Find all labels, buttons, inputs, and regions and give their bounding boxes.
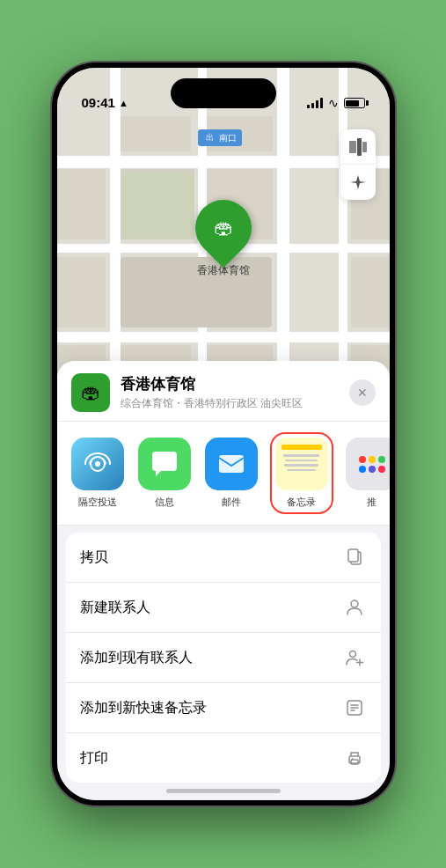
pin-icon: 🏟 (214, 217, 233, 239)
svg-point-4 (95, 461, 100, 467)
svg-rect-0 (349, 141, 356, 153)
action-copy-label: 拷贝 (80, 548, 108, 567)
action-quick-note[interactable]: 添加到新快速备忘录 (66, 683, 381, 733)
action-add-contact[interactable]: 添加到现有联系人 (66, 633, 381, 683)
svg-rect-1 (357, 138, 362, 156)
svg-point-8 (351, 600, 358, 607)
venue-desc: 综合体育馆・香港特别行政区 油尖旺区 (121, 396, 339, 411)
airdrop-icon (71, 438, 124, 490)
share-item-notes[interactable]: 备忘录 (272, 434, 332, 512)
svg-point-13 (351, 758, 353, 760)
home-indicator (166, 789, 281, 793)
action-add-contact-label: 添加到现有联系人 (80, 649, 193, 667)
battery-icon (344, 98, 365, 108)
print-icon (342, 746, 367, 770)
map-label: 出 南口 (198, 129, 242, 146)
location-button[interactable] (340, 165, 376, 200)
person-icon (342, 595, 367, 620)
status-time: 09:41 (82, 95, 115, 110)
share-row: 隔空投送 信息 (57, 422, 390, 526)
share-item-airdrop[interactable]: 隔空投送 (71, 438, 124, 509)
phone-frame: 09:41 ▲ ∿ (52, 63, 395, 805)
location-arrow-icon: ▲ (119, 98, 128, 108)
share-item-more[interactable]: 推 (346, 438, 390, 509)
action-print[interactable]: 打印 (66, 733, 381, 783)
svg-rect-12 (351, 760, 358, 764)
svg-rect-5 (219, 455, 244, 473)
action-new-contact[interactable]: 新建联系人 (66, 583, 381, 633)
phone-screen: 09:41 ▲ ∿ (57, 68, 390, 800)
more-icon (346, 438, 390, 490)
mail-icon (205, 438, 258, 490)
close-button[interactable]: ✕ (349, 379, 376, 406)
venue-icon-emoji: 🏟 (81, 381, 100, 404)
map-type-button[interactable] (340, 129, 376, 165)
map-label-text: 南口 (219, 132, 237, 144)
sheet-header: 🏟 香港体育馆 综合体育馆・香港特别行政区 油尖旺区 ✕ (57, 361, 390, 422)
venue-info: 香港体育馆 综合体育馆・香港特别行政区 油尖旺区 (121, 374, 339, 411)
messages-label: 信息 (155, 496, 174, 509)
dynamic-island (171, 78, 276, 108)
action-list: 拷贝 新建联系人 (66, 533, 381, 783)
messages-icon (138, 438, 191, 490)
notes-icon (275, 438, 328, 490)
mail-label: 邮件 (222, 496, 241, 509)
copy-icon (342, 545, 367, 570)
status-icons: ∿ (307, 96, 365, 110)
person-add-icon (342, 645, 367, 670)
notes-label: 备忘录 (287, 496, 316, 509)
svg-rect-2 (362, 142, 367, 152)
more-label: 推 (367, 496, 377, 509)
airdrop-label: 隔空投送 (78, 496, 117, 509)
bottom-sheet: 🏟 香港体育馆 综合体育馆・香港特别行政区 油尖旺区 ✕ (57, 361, 390, 800)
signal-bars-icon (307, 98, 323, 108)
note-icon (342, 695, 367, 720)
pin-circle: 🏟 (183, 188, 263, 268)
action-print-label: 打印 (80, 749, 108, 768)
close-icon: ✕ (357, 386, 368, 400)
share-item-mail[interactable]: 邮件 (205, 438, 258, 509)
action-new-contact-label: 新建联系人 (80, 599, 150, 617)
map-controls (340, 129, 376, 200)
action-quick-note-label: 添加到新快速备忘录 (80, 699, 207, 717)
venue-name: 香港体育馆 (121, 374, 339, 394)
wifi-icon: ∿ (328, 96, 339, 110)
svg-point-9 (349, 651, 355, 658)
svg-rect-7 (348, 549, 358, 562)
share-item-messages[interactable]: 信息 (138, 438, 191, 509)
venue-icon: 🏟 (71, 373, 110, 412)
location-pin: 🏟 香港体育馆 (195, 200, 252, 278)
action-copy[interactable]: 拷贝 (66, 533, 381, 583)
map-label-prefix: 出 (203, 131, 216, 144)
